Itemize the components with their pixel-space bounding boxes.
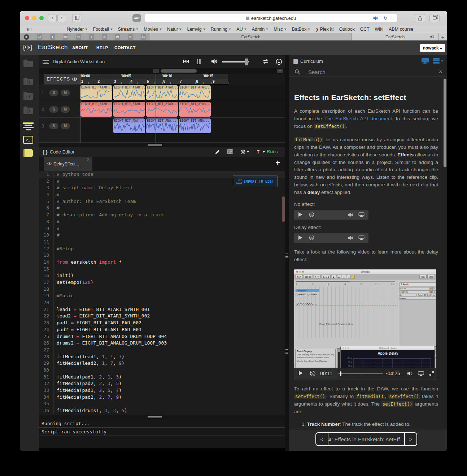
pinned-tab-imdb[interactable]: IMDb bbox=[59, 33, 72, 40]
daw-editor-splitter[interactable] bbox=[39, 143, 285, 147]
audio-clip[interactable]: EIGHT_BIT_ANA... bbox=[113, 118, 145, 134]
code-area[interactable]: 1# python code2#3# script_name: Delay Ef… bbox=[39, 171, 285, 415]
search-input[interactable] bbox=[307, 68, 416, 76]
bookmark-item[interactable]: CCT bbox=[360, 27, 370, 32]
audio-clip[interactable]: EIGHT_BIT_ATAR... bbox=[80, 101, 113, 117]
video-player[interactable]: Untitled TAP120.004 / 4 1. 1. 1 ▶■●+ KEY… bbox=[294, 269, 436, 380]
skip-back-30-icon[interactable]: 30 bbox=[309, 370, 316, 377]
rewind-button[interactable] bbox=[183, 59, 189, 64]
bookmarks-grid-icon[interactable] bbox=[27, 28, 32, 31]
import-to-edit-button[interactable]: IMPORT TO EDIT bbox=[233, 176, 278, 187]
sidebar-toggle-button[interactable] bbox=[72, 14, 82, 22]
tabs-overview-button[interactable] bbox=[429, 14, 440, 22]
tab-earsketch-1[interactable]: EarSketch bbox=[150, 33, 352, 40]
skip-back-30-icon[interactable]: 30 bbox=[309, 235, 315, 241]
fullscreen-monitor-icon[interactable] bbox=[421, 58, 429, 64]
run-button[interactable]: Run › bbox=[267, 149, 279, 154]
daw-time-ruler[interactable]: 00:0000:0500:1000:15 bbox=[80, 74, 228, 79]
zoom-window-button[interactable] bbox=[39, 16, 44, 20]
sidebar-item-api-browser[interactable]: ( ) bbox=[23, 107, 33, 115]
daw-scroll-handle[interactable] bbox=[161, 69, 197, 73]
pinned-tab-d[interactable]: D bbox=[33, 33, 46, 40]
airplay-icon[interactable] bbox=[358, 235, 365, 240]
new-tab-button[interactable]: + bbox=[438, 33, 447, 40]
add-script-button[interactable]: + bbox=[275, 158, 280, 168]
keyboard-icon[interactable] bbox=[227, 149, 233, 154]
bookmark-item[interactable]: ABM course bbox=[389, 27, 413, 32]
audio-clip[interactable]: EIGHT_BIT_ANA... bbox=[146, 118, 178, 134]
pinned-tab-w[interactable]: W bbox=[111, 33, 124, 40]
bookmark-item[interactable]: BatBox bbox=[292, 27, 310, 32]
zoom-in-icon[interactable]: + bbox=[277, 69, 283, 73]
audio-clip[interactable]: EIGHT_BIT_ATAR... bbox=[179, 101, 211, 117]
clear-search-button[interactable]: X bbox=[439, 69, 442, 74]
bookmark-item[interactable]: Streams bbox=[118, 27, 139, 32]
video-progress-handle[interactable] bbox=[340, 371, 341, 376]
bookmark-item[interactable]: Natur bbox=[167, 27, 182, 32]
playhead[interactable] bbox=[156, 74, 156, 143]
bookmark-item[interactable]: AU bbox=[236, 27, 246, 32]
toc-menu-icon[interactable] bbox=[433, 58, 440, 64]
inline-link[interactable]: The EarSketch API document bbox=[324, 116, 392, 121]
tab-earsketch-2[interactable]: EarSketch bbox=[352, 33, 438, 40]
audio-clip[interactable]: EIGHT_BIT_ATAR... bbox=[113, 101, 145, 117]
volume-icon[interactable] bbox=[348, 235, 353, 240]
audio-playing-icon[interactable] bbox=[373, 16, 378, 21]
volume-icon[interactable] bbox=[348, 212, 353, 217]
bookmark-item[interactable]: Admin bbox=[252, 27, 268, 32]
bookmark-item[interactable]: Misc bbox=[274, 27, 287, 32]
airplay-icon[interactable] bbox=[358, 212, 365, 217]
sidebar-item-scripts-browser[interactable]: { } bbox=[23, 78, 33, 86]
pinned-tab-s[interactable]: S bbox=[98, 33, 111, 40]
bookmark-item[interactable]: ❯Plex It! bbox=[315, 27, 334, 32]
video-progress-bar[interactable] bbox=[338, 373, 383, 374]
audio-clip[interactable]: EIGHT_BIT_ATAR... bbox=[113, 85, 145, 100]
tab-audio-icon[interactable] bbox=[430, 35, 435, 39]
curriculum-scrollbar[interactable] bbox=[444, 79, 446, 167]
fullscreen-icon[interactable] bbox=[429, 371, 434, 376]
share-button[interactable] bbox=[415, 14, 425, 22]
play-icon[interactable] bbox=[298, 235, 302, 240]
sidebar-item-shared-scripts[interactable]: {·} bbox=[23, 92, 33, 101]
address-bar[interactable]: earsketch.gatech.edu ↻ bbox=[145, 14, 397, 22]
metronome-button[interactable] bbox=[276, 59, 282, 65]
adblock-icon[interactable]: ABP bbox=[132, 14, 141, 22]
editor-console-splitter[interactable] bbox=[39, 415, 285, 419]
pinned-tab-›[interactable]: › bbox=[85, 33, 98, 40]
solo-button[interactable]: S bbox=[49, 123, 58, 129]
mute-button[interactable]: M bbox=[61, 106, 70, 113]
pause-button[interactable] bbox=[197, 59, 201, 64]
back-button[interactable]: ‹ bbox=[48, 14, 57, 22]
current-chapter-label[interactable]: 4: Effects in EarSketch: setEff... bbox=[328, 433, 405, 445]
effects-toggle[interactable]: EFFECTS bbox=[44, 74, 80, 85]
prev-chapter-button[interactable]: < bbox=[316, 433, 328, 445]
airplay-icon[interactable] bbox=[418, 371, 424, 376]
bookmark-item[interactable]: Nyheder bbox=[67, 27, 87, 32]
pinned-tab-t[interactable]: T bbox=[46, 33, 59, 40]
sidebar-item-sounds-browser[interactable]: ∩ bbox=[23, 60, 33, 68]
next-chapter-button[interactable]: > bbox=[405, 433, 416, 445]
pinned-tab-r[interactable]: R bbox=[72, 33, 85, 40]
play-icon[interactable] bbox=[299, 371, 303, 375]
bookmark-item[interactable]: Lemvig bbox=[187, 27, 205, 32]
editor-curriculum-splitter[interactable] bbox=[285, 55, 289, 451]
audio-clip[interactable]: EIGHT_BIT_ATAR... bbox=[146, 85, 178, 100]
sidebar-item-console[interactable]: >_ bbox=[23, 135, 33, 144]
daw-menu-icon[interactable] bbox=[43, 60, 49, 64]
volume-icon[interactable] bbox=[407, 371, 413, 376]
nav-help[interactable]: HELP bbox=[96, 46, 108, 50]
solo-button[interactable]: S bbox=[49, 106, 58, 113]
user-menu-button[interactable]: nowack bbox=[420, 44, 445, 52]
pinned-tab-soccer[interactable]: ✱ bbox=[20, 33, 33, 40]
pinned-tab-e[interactable]: E bbox=[124, 33, 137, 40]
pencil-icon[interactable] bbox=[215, 149, 220, 155]
daw-horizontal-scrollbar[interactable]: – + bbox=[39, 68, 285, 74]
font-size-icon[interactable]: ͙T bbox=[257, 150, 259, 155]
loop-button[interactable] bbox=[262, 59, 269, 64]
nav-contact[interactable]: CONTACT bbox=[114, 46, 136, 50]
audio-clip[interactable]: EIGHT_BIT_ATAR... bbox=[179, 85, 211, 100]
volume-slider-handle[interactable] bbox=[245, 59, 248, 65]
nav-about[interactable]: ABOUT bbox=[72, 46, 88, 50]
close-window-button[interactable] bbox=[25, 16, 29, 20]
forward-button[interactable]: › bbox=[57, 14, 66, 22]
